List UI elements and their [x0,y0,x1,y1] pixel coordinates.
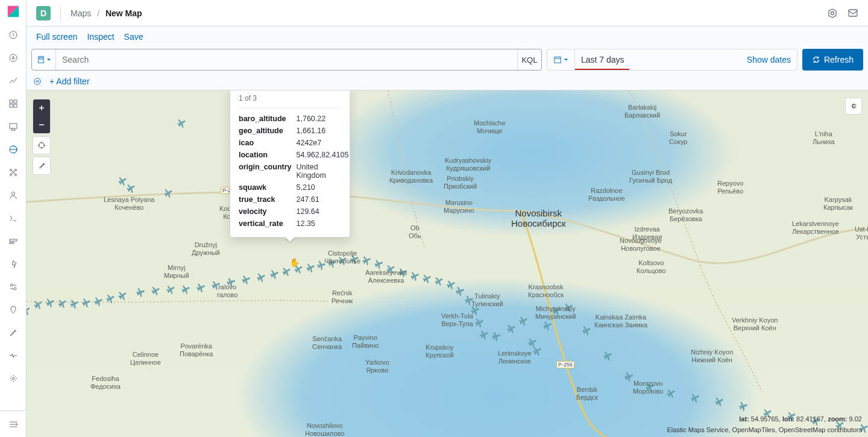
city-label: ObОбь [409,224,421,239]
city-label: KrupskoyКрупской [426,344,454,359]
nav-canvas[interactable] [2,116,24,137]
city-label: NovosibirskНовосибирск [511,208,566,229]
newsfeed-icon[interactable] [827,8,838,19]
road-marker: P-256 [556,361,574,368]
svg-rect-20 [849,10,857,16]
tooltip-row: true_track247.61 [239,193,348,206]
top-header: D Maps / New Map [27,0,868,27]
nav-discover[interactable] [2,47,24,69]
refresh-label: Refresh [824,55,854,64]
time-range-display[interactable]: Last 7 days [575,49,741,70]
space-selector[interactable]: D [36,6,51,20]
city-label: KrivodanovkaКриводановка [389,169,433,184]
nav-dashboard[interactable] [2,93,24,115]
svg-point-25 [39,143,45,148]
expand-layer-panel-button[interactable] [845,98,862,115]
city-label: BeryozovkaБерёзовка [668,207,703,222]
city-label: SokurСокур [669,130,688,145]
filter-options-button[interactable] [31,75,43,87]
fit-to-data-button[interactable] [33,137,50,154]
nav-recently-viewed[interactable] [2,24,24,46]
svg-point-12 [11,192,14,195]
kibana-logo-icon[interactable] [7,5,20,18]
city-label: Kainskaa ZaimkaКаинская Заимка [594,313,647,329]
nav-uptime[interactable] [2,253,24,275]
city-label: MochischeМочище [474,119,506,134]
city-label: Verkhniy KoyonВерхний Коён [732,316,778,332]
svg-point-16 [14,288,16,290]
city-label: Lesnaya PolyanaКоченёво [104,196,154,211]
city-label: RečnikРечник [332,289,353,304]
svg-rect-13 [10,239,17,241]
city-label: SenčankaСенчанка [312,335,342,350]
time-picker: Last 7 days Show dates [547,49,797,71]
map-basemap [27,90,868,437]
city-label: Nizhniy KoyonНижний Коён [691,348,733,363]
nav-dev-tools[interactable] [2,322,24,344]
kql-toggle[interactable]: KQL [517,49,541,70]
city-label: LekarstvennoyeЛекарственное [792,220,839,235]
city-label: L'nihaЛьниха [813,130,835,145]
svg-point-17 [12,377,14,380]
time-range-text: Last 7 days [581,55,624,64]
breadcrumb: Maps / New Map [71,8,142,18]
breadcrumb-root[interactable]: Maps [71,8,91,18]
svg-rect-23 [555,57,561,63]
nav-graph[interactable] [2,299,24,321]
search-input[interactable] [56,49,517,70]
divider [60,6,61,20]
map-zoom-controls [33,99,51,175]
city-label: AarekseyevkaАлексеевка [365,269,407,284]
nav-ml[interactable] [2,162,24,183]
feedback-icon[interactable] [848,8,858,19]
filter-bar: + Add filter [27,72,868,90]
saved-query-button[interactable] [32,49,56,70]
show-dates-button[interactable]: Show dates [741,49,797,70]
nav-maps[interactable] [2,139,24,160]
city-label: MarusinoМарусино [444,199,474,214]
city-label: MichyurinskiyМичуринский [535,305,576,320]
map-canvas[interactable]: NovosibirskНовосибирскBerdskБердскKoltso… [27,90,868,437]
quick-select-button[interactable] [547,49,575,70]
tooltip-row: vertical_rate12.35 [239,218,348,230]
nav-siem[interactable] [2,276,24,298]
svg-point-15 [10,284,13,286]
breadcrumb-current: New Map [105,8,142,18]
city-label: Ust-KarУсть-К [855,225,868,241]
nav-monitoring[interactable] [2,345,24,366]
city-label: TulinskiyТулинский [471,292,503,307]
city-label: LeninskoyeЛенинское [498,350,532,365]
coord-readout: lat: 54.95765, lon: 82.41167, zoom: 9.02 [739,415,862,423]
svg-point-19 [831,11,834,14]
full-screen-link[interactable]: Full screen [31,32,82,42]
svg-rect-4 [10,104,13,107]
city-label: KarpysakКарпысак [823,196,853,211]
nav-collapse-button[interactable] [0,410,27,437]
tooltip-pager[interactable]: 1 of 3 [239,94,341,108]
city-label: KudryashovskiyКудряшовский [445,157,491,172]
zoom-in-button[interactable] [33,99,50,116]
svg-point-24 [34,78,41,84]
inspect-link[interactable]: Inspect [82,32,119,42]
zoom-out-button[interactable] [33,116,50,133]
tools-button[interactable] [33,157,50,174]
nav-apm[interactable] [2,230,24,252]
city-label: NovoshilovoНовошилово [305,422,344,437]
map-toolbar: Full screen Inspect Save [27,27,868,47]
tooltip-row: baro_altitude1,760.22 [239,113,348,125]
svg-rect-14 [10,242,14,244]
refresh-button[interactable]: Refresh [802,49,863,71]
city-label: KoltsovoКольцово [637,259,666,274]
city-label: MorozovoМорозово [633,380,663,395]
city-label: PriobskiyПриобский [444,175,477,190]
city-label: RazdolnoeРаздольное [588,187,625,202]
save-link[interactable]: Save [119,32,148,42]
nav-infrastructure[interactable] [2,184,24,206]
nav-visualize[interactable] [2,70,24,92]
tooltip-row: squawk5,210 [239,181,348,193]
nav-logs[interactable] [2,207,24,229]
city-label: RepyovoРепьёво [717,180,743,195]
city-label: ralovoгалово [217,283,237,298]
add-filter-button[interactable]: + Add filter [49,77,90,86]
nav-management[interactable] [2,368,24,389]
